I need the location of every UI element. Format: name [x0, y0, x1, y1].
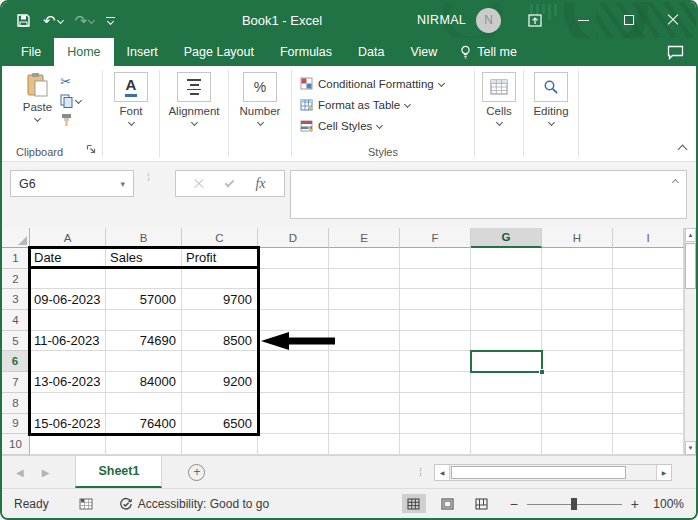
redo-button[interactable]: ↷ — [75, 13, 95, 28]
undo-button[interactable]: ↶ — [43, 13, 63, 28]
tab-data[interactable]: Data — [345, 38, 397, 66]
cell-A2[interactable] — [30, 269, 106, 290]
font-dropdown-icon[interactable] — [127, 119, 134, 126]
editing-group-button[interactable]: Editing — [524, 66, 578, 161]
cell-A6[interactable] — [30, 351, 106, 372]
cell-G3[interactable] — [471, 289, 542, 310]
cell-H8[interactable] — [542, 393, 613, 414]
scroll-left-button[interactable]: ◀ — [435, 465, 450, 480]
cell-I2[interactable] — [613, 269, 684, 290]
column-header-D[interactable]: D — [258, 228, 329, 248]
avatar[interactable]: N — [476, 8, 501, 33]
conditional-formatting-dropdown-icon[interactable] — [438, 80, 445, 87]
cell-H9[interactable] — [542, 414, 613, 435]
copy-dropdown-icon[interactable] — [75, 97, 82, 104]
name-box[interactable]: G6 ▾ — [10, 170, 134, 197]
column-header-H[interactable]: H — [542, 228, 613, 248]
cell-C5[interactable]: 8500 — [182, 331, 258, 352]
cell-G4[interactable] — [471, 310, 542, 331]
vertical-scroll-thumb[interactable] — [685, 243, 696, 289]
column-header-G[interactable]: G — [471, 228, 542, 248]
cell-D4[interactable] — [258, 310, 329, 331]
cell-I4[interactable] — [613, 310, 684, 331]
format-as-table-button[interactable]: Format as Table — [300, 95, 410, 114]
cell-E4[interactable] — [329, 310, 400, 331]
cell-G2[interactable] — [471, 269, 542, 290]
insert-function-button[interactable]: fx — [255, 176, 265, 192]
cell-E9[interactable] — [329, 414, 400, 435]
zoom-slider-thumb[interactable] — [571, 498, 577, 510]
cell-C2[interactable] — [182, 269, 258, 290]
normal-view-button[interactable] — [402, 494, 426, 513]
cell-H3[interactable] — [542, 289, 613, 310]
confirm-entry-icon[interactable] — [225, 177, 235, 187]
cell-A10[interactable] — [30, 434, 106, 455]
cancel-entry-icon[interactable] — [194, 179, 204, 189]
cell-D9[interactable] — [258, 414, 329, 435]
cell-A4[interactable] — [30, 310, 106, 331]
cell-C7[interactable]: 9200 — [182, 372, 258, 393]
cell-E3[interactable] — [329, 289, 400, 310]
zoom-level[interactable]: 100% — [648, 497, 684, 511]
row-header-6[interactable]: 6 — [2, 351, 30, 372]
column-header-I[interactable]: I — [613, 228, 684, 248]
cell-H7[interactable] — [542, 372, 613, 393]
cell-B1[interactable]: Sales — [106, 248, 182, 269]
name-box-caret-icon[interactable]: ▾ — [120, 179, 125, 189]
macro-record-button[interactable] — [79, 497, 93, 510]
cell-B8[interactable] — [106, 393, 182, 414]
row-header-4[interactable]: 4 — [2, 310, 30, 331]
cell-H1[interactable] — [542, 248, 613, 269]
cell-I7[interactable] — [613, 372, 684, 393]
cell-G8[interactable] — [471, 393, 542, 414]
cell-E6[interactable] — [329, 351, 400, 372]
cell-D1[interactable] — [258, 248, 329, 269]
tab-formulas[interactable]: Formulas — [267, 38, 345, 66]
number-dropdown-icon[interactable] — [256, 119, 263, 126]
next-sheet-button[interactable]: ▶ — [42, 467, 50, 478]
cell-styles-dropdown-icon[interactable] — [376, 122, 383, 129]
cell-D8[interactable] — [258, 393, 329, 414]
paste-button[interactable]: Paste — [23, 72, 52, 121]
cell-C3[interactable]: 9700 — [182, 289, 258, 310]
cell-G1[interactable] — [471, 248, 542, 269]
cell-D3[interactable] — [258, 289, 329, 310]
cell-I9[interactable] — [613, 414, 684, 435]
paste-dropdown-icon[interactable] — [34, 115, 41, 122]
cell-A9[interactable]: 15-06-2023 — [30, 414, 106, 435]
cell-H2[interactable] — [542, 269, 613, 290]
row-header-5[interactable]: 5 — [2, 331, 30, 352]
feedback-button[interactable] — [667, 38, 684, 66]
maximize-button[interactable] — [614, 2, 644, 38]
cell-E2[interactable] — [329, 269, 400, 290]
cell-D5[interactable] — [258, 331, 329, 352]
cell-C1[interactable]: Profit — [182, 248, 258, 269]
cell-E8[interactable] — [329, 393, 400, 414]
save-button[interactable] — [16, 13, 31, 28]
row-header-8[interactable]: 8 — [2, 393, 30, 414]
cell-D10[interactable] — [258, 434, 329, 455]
cell-F6[interactable] — [400, 351, 471, 372]
scroll-right-button[interactable]: ▶ — [656, 465, 671, 480]
tab-home[interactable]: Home — [54, 38, 113, 66]
cell-C9[interactable]: 6500 — [182, 414, 258, 435]
sheet-tab-sheet1[interactable]: Sheet1 — [75, 456, 162, 488]
cell-F8[interactable] — [400, 393, 471, 414]
cut-button[interactable]: ✂ — [60, 74, 81, 89]
cell-C4[interactable] — [182, 310, 258, 331]
cell-F5[interactable] — [400, 331, 471, 352]
tell-me-button[interactable]: Tell me — [450, 38, 527, 66]
formula-input[interactable] — [290, 170, 687, 219]
cell-E5[interactable] — [329, 331, 400, 352]
cell-A8[interactable] — [30, 393, 106, 414]
cell-A7[interactable]: 13-06-2023 — [30, 372, 106, 393]
cell-F7[interactable] — [400, 372, 471, 393]
number-group-button[interactable]: % Number — [229, 66, 291, 161]
format-as-table-dropdown-icon[interactable] — [404, 101, 411, 108]
cell-G9[interactable] — [471, 414, 542, 435]
account-area[interactable]: NIRMAL N — [417, 2, 501, 38]
scroll-down-button[interactable]: ▼ — [685, 441, 696, 455]
cell-I10[interactable] — [613, 434, 684, 455]
row-header-2[interactable]: 2 — [2, 269, 30, 290]
cell-B2[interactable] — [106, 269, 182, 290]
